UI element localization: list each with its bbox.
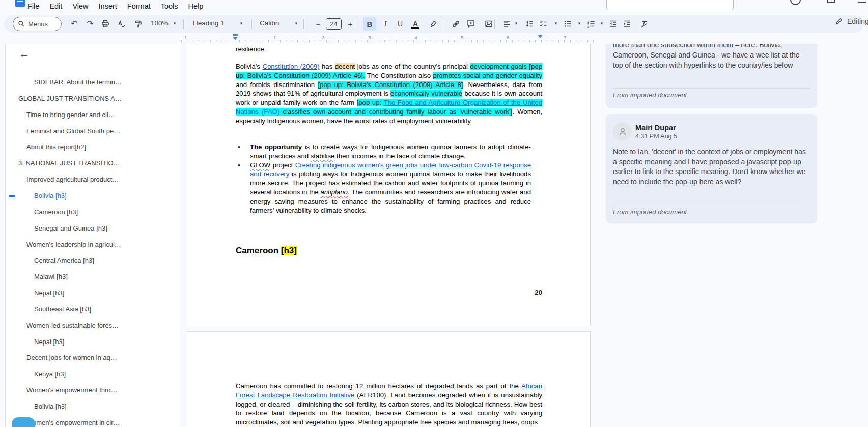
decrease-indent-button[interactable] xyxy=(606,17,620,31)
doc-text-run: [pop up: xyxy=(357,99,384,106)
chevron-down-icon[interactable]: ▾ xyxy=(172,21,177,26)
ruler xyxy=(179,34,597,44)
increase-font-size-button[interactable]: + xyxy=(344,17,357,31)
ruler-indent-marker-right[interactable] xyxy=(538,35,543,38)
clear-formatting-button[interactable] xyxy=(637,17,651,31)
paragraph-style-select[interactable]: Heading 1 xyxy=(193,19,225,27)
italic-button[interactable]: I xyxy=(379,17,392,31)
top-right-icon[interactable] xyxy=(827,0,835,3)
outline-item[interactable]: Women's empowerment thro… xyxy=(26,383,118,398)
outline-item[interactable]: Kenya [h3] xyxy=(34,366,66,382)
chevron-down-icon[interactable]: ▾ xyxy=(553,21,558,26)
outline-item[interactable]: Central America [h3] xyxy=(34,253,94,268)
link-icon xyxy=(452,20,460,29)
document-page-1[interactable]: resilience. Bolivia's Constitution (2009… xyxy=(187,44,591,326)
menu-tools[interactable]: Tools xyxy=(156,1,183,11)
checklist-button[interactable] xyxy=(537,17,550,31)
menus-search-button[interactable]: Menus xyxy=(13,17,62,31)
history-icon[interactable] xyxy=(790,0,801,5)
doc-text-run: Cameroon has committed to restoring 12 m… xyxy=(236,382,521,390)
menu-format[interactable]: Format xyxy=(122,1,156,11)
editing-mode-button[interactable]: Editing xyxy=(835,17,868,25)
insert-link-button[interactable] xyxy=(449,17,462,31)
undo-button[interactable]: ↶ xyxy=(68,17,81,31)
outline-item[interactable]: Women's leadership in agricul… xyxy=(26,237,121,252)
outline-item[interactable]: Bolivia [h3] xyxy=(34,399,67,414)
svg-text:3: 3 xyxy=(587,25,589,29)
numbered-list-button[interactable]: 123 xyxy=(584,17,598,31)
close-outline-button[interactable]: ← xyxy=(19,48,30,60)
chevron-down-icon[interactable]: ▾ xyxy=(577,21,582,26)
outline-item[interactable]: Nepal [h3] xyxy=(34,334,64,350)
align-button[interactable] xyxy=(500,17,514,31)
doc-text-run: Cameroon xyxy=(236,246,281,255)
outline-item[interactable]: SIDEBAR: About the termin… xyxy=(34,75,122,90)
zoom-select[interactable]: 100% xyxy=(151,19,169,27)
outline-item[interactable]: Women-led sustainable fores… xyxy=(26,318,119,333)
bullet-list: ● The opportunity is to create ways for … xyxy=(238,143,531,215)
highlight-color-button[interactable] xyxy=(427,17,440,31)
outline-item[interactable]: Feminist and Global South pe… xyxy=(26,124,120,139)
doc-link[interactable]: Constitution (2009) xyxy=(262,63,319,70)
toolbar-separator xyxy=(357,19,357,29)
outline-item[interactable]: Senegal and Guinea [h3] xyxy=(34,221,107,236)
chevron-down-icon[interactable]: ▾ xyxy=(239,21,244,26)
comment-card[interactable]: more than one subsection within them – h… xyxy=(606,44,817,107)
comment-card[interactable]: Mairi Dupar 4:31 PM Aug 5 Note to Ian, '… xyxy=(606,114,817,223)
ruler-number: 6 xyxy=(505,35,511,40)
ruler-indent-marker-left[interactable] xyxy=(233,34,238,36)
outline-item[interactable]: Time to bring gender and cli… xyxy=(26,107,115,123)
bullet-icon: ● xyxy=(238,161,250,215)
add-comment-button[interactable] xyxy=(464,17,478,31)
font-size-input[interactable]: 24 xyxy=(326,18,342,30)
bold-button[interactable]: B xyxy=(363,17,376,31)
toolbar-separator xyxy=(494,19,495,29)
chevron-down-icon[interactable]: ▾ xyxy=(599,21,604,26)
outline-item[interactable]: Bolivia [h3] xyxy=(34,188,67,204)
font-select[interactable]: Calibri xyxy=(260,19,279,27)
outline-item[interactable]: Decent jobs for women in aq… xyxy=(26,350,117,365)
paragraph-partial: resilience. xyxy=(236,45,266,53)
decrease-font-size-button[interactable]: − xyxy=(312,17,325,31)
ruler-number: 2 xyxy=(320,35,326,40)
ruler-ticks xyxy=(181,40,594,42)
bulleted-list-button[interactable] xyxy=(561,17,574,31)
menu-view[interactable]: View xyxy=(67,1,93,11)
menu-toggle-icon[interactable] xyxy=(858,2,866,3)
increase-indent-button[interactable] xyxy=(620,17,633,31)
chevron-down-icon[interactable]: ▾ xyxy=(294,21,299,26)
outline-item[interactable]: Cameroon [h3] xyxy=(34,205,78,220)
outline-item[interactable]: Malawi [h3] xyxy=(34,269,68,284)
underline-button[interactable]: U xyxy=(394,17,407,31)
outline-item[interactable]: Improved agricultural product… xyxy=(26,172,119,187)
print-button[interactable] xyxy=(99,17,112,31)
outline-item[interactable]: 3: NATIONAL JUST TRANSITIO… xyxy=(18,156,120,171)
line-spacing-button[interactable] xyxy=(523,17,536,31)
menu-file[interactable]: File xyxy=(22,1,44,11)
spell-check-button[interactable] xyxy=(115,17,128,31)
toolbar-top-control[interactable] xyxy=(606,0,734,10)
ruler-indent-marker-left-triangle[interactable] xyxy=(233,37,238,40)
menu-edit[interactable]: Edit xyxy=(44,1,67,11)
toolbar-separator xyxy=(183,19,184,29)
menu-help[interactable]: Help xyxy=(183,1,209,11)
paint-format-button[interactable] xyxy=(132,17,145,31)
insert-image-button[interactable] xyxy=(482,17,495,31)
document-page-2[interactable]: Cameroon has committed to restoring 12 m… xyxy=(187,331,591,427)
comment-timestamp: 4:31 PM Aug 5 xyxy=(635,133,677,140)
google-docs-window: FileEditViewInsertFormatToolsHelp Menus … xyxy=(0,0,868,427)
redo-button[interactable]: ↷ xyxy=(83,17,97,31)
menu-insert[interactable]: Insert xyxy=(94,1,122,11)
outline-item[interactable]: Women's empowerment in cir… xyxy=(26,415,120,427)
editing-mode-label: Editing xyxy=(847,17,868,25)
outline-item[interactable]: Nepal [h3] xyxy=(34,286,64,301)
outline-item[interactable]: Southeast Asia [h3] xyxy=(34,302,91,317)
outline-collapsed-button[interactable] xyxy=(12,417,35,427)
comment-text: Note to Ian, 'decent' in the context of … xyxy=(613,147,809,187)
outline-item[interactable]: About this report[h2] xyxy=(26,139,86,155)
paragraph-bolivia: Bolivia's Constitution (2009) has decent… xyxy=(236,62,542,126)
chevron-down-icon[interactable]: ▾ xyxy=(514,21,519,26)
text-color-button[interactable]: A xyxy=(409,17,422,31)
outline-item[interactable]: GLOBAL JUST TRANSITIONS A… xyxy=(18,91,122,106)
doc-text-run: [h3] xyxy=(281,246,297,255)
